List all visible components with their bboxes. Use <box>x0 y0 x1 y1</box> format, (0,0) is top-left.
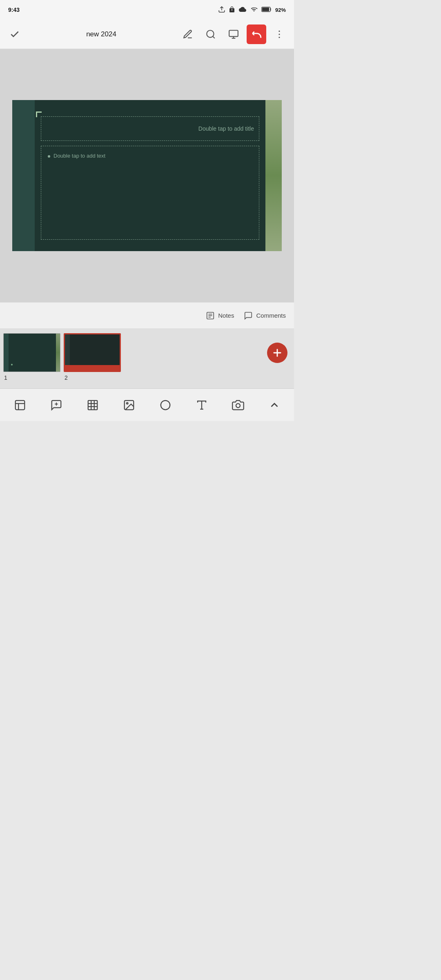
collapse-button[interactable] <box>258 392 291 418</box>
camera-button[interactable] <box>222 392 254 418</box>
slide-bullet-item: Double tap to add text <box>48 153 252 159</box>
notes-label: Notes <box>218 312 234 319</box>
thumbnail-wrap-1: 1 <box>3 333 60 372</box>
status-bar: 9:43 <box>0 0 294 20</box>
svg-rect-17 <box>15 400 24 410</box>
svg-line-4 <box>213 36 215 38</box>
add-comment-button[interactable] <box>40 392 73 418</box>
notes-comments-bar: Notes Comments <box>0 302 294 328</box>
thumbnail-number-1: 1 <box>4 374 7 381</box>
top-toolbar: new 2024 <box>0 20 294 49</box>
undo-button[interactable] <box>247 24 266 44</box>
svg-point-10 <box>278 36 280 38</box>
slide-edit-area[interactable]: Double tap to add title Double tap to ad… <box>0 49 294 302</box>
more-button[interactable] <box>270 24 289 44</box>
svg-point-9 <box>278 33 280 35</box>
thumbnail-number-2: 2 <box>65 374 68 381</box>
svg-point-29 <box>160 400 170 410</box>
bottom-toolbar <box>0 388 294 421</box>
status-time: 9:43 <box>8 7 20 13</box>
comments-button[interactable]: Comments <box>244 311 286 320</box>
lock-icon <box>229 6 235 14</box>
cloud-icon <box>238 6 247 14</box>
slide-title-placeholder[interactable]: Double tap to add title <box>41 116 259 141</box>
comments-label: Comments <box>256 312 286 319</box>
svg-rect-2 <box>262 7 269 11</box>
svg-rect-22 <box>88 400 97 410</box>
shape-button[interactable] <box>149 392 182 418</box>
svg-point-3 <box>207 30 214 37</box>
add-slide-button[interactable] <box>267 343 287 363</box>
svg-rect-5 <box>229 30 238 36</box>
slide-thumbnail-2[interactable] <box>64 333 121 372</box>
notes-button[interactable]: Notes <box>206 311 234 320</box>
slide-canvas[interactable]: Double tap to add title Double tap to ad… <box>12 100 282 251</box>
slide-deco-right <box>265 100 282 251</box>
slide-deco-left <box>12 100 35 251</box>
svg-point-8 <box>278 30 280 31</box>
text-button[interactable] <box>185 392 218 418</box>
slide-content-placeholder[interactable]: Double tap to add text <box>41 146 259 240</box>
wifi-icon <box>250 6 258 14</box>
slide-title-text: Double tap to add title <box>198 125 254 132</box>
edit-button[interactable] <box>178 24 198 44</box>
thumbnail-wrap-2: 2 <box>64 333 121 372</box>
search-button[interactable] <box>201 24 220 44</box>
slide-content-text: Double tap to add text <box>53 153 105 159</box>
bullet-dot <box>48 155 50 158</box>
svg-point-32 <box>236 403 240 408</box>
thumbnails-area: 1 2 <box>0 328 294 388</box>
svg-point-28 <box>126 402 128 404</box>
table-button[interactable] <box>76 392 109 418</box>
image-button[interactable] <box>113 392 145 418</box>
slide-thumbnail-1[interactable] <box>3 333 60 372</box>
layout-button[interactable] <box>4 392 36 418</box>
battery-percent: 92% <box>275 7 286 13</box>
present-button[interactable] <box>224 24 243 44</box>
upload-icon <box>218 6 225 14</box>
status-icons: 92% <box>218 6 286 14</box>
battery-icon <box>261 7 272 13</box>
document-title: new 2024 <box>28 30 175 38</box>
close-button[interactable] <box>5 24 24 44</box>
